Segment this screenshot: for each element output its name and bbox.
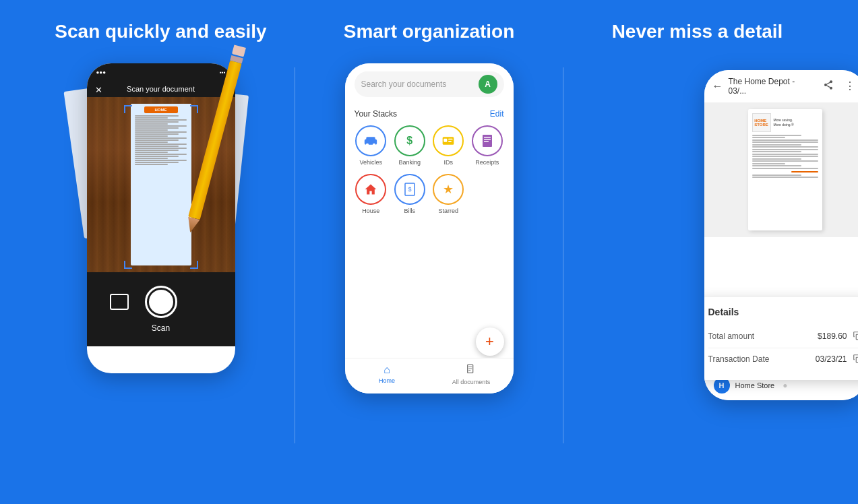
nav-documents[interactable]: All documents (429, 364, 514, 385)
panel3-title: Never miss a detail (612, 20, 783, 43)
phone-org: Search your documents A Your Stacks Edit (345, 63, 514, 393)
details-card: Details Total amount $189.60 Transaction… (704, 297, 859, 380)
amount-key: Total amount (708, 332, 755, 341)
stack-house[interactable]: House (355, 174, 388, 214)
copy-date-icon[interactable] (853, 354, 859, 365)
receipt-logo: HOME (144, 106, 178, 113)
house-icon (355, 174, 386, 205)
receipt-preview: HOMESTORE More saving.More doing.® (704, 102, 859, 237)
receipt-tagline: More saving.More doing.® (774, 118, 794, 127)
edit-button[interactable]: Edit (490, 109, 504, 119)
phone-scanner: ●●● ▪▪▪ ✕ Scan your document HOME (87, 63, 235, 373)
gallery-button[interactable] (110, 294, 129, 310)
home-nav-icon: ⌂ (384, 364, 390, 376)
vehicles-icon (355, 125, 386, 156)
fab-button[interactable]: + (476, 327, 504, 356)
svg-rect-5 (444, 138, 448, 141)
stack-vehicles[interactable]: Vehicles (355, 125, 388, 166)
close-icon[interactable]: ✕ (95, 84, 102, 94)
phone2-header: Search your documents A (345, 63, 514, 102)
pencil-eraser (231, 44, 245, 57)
svg-point-19 (824, 84, 827, 86)
stacks-label: Your Stacks (355, 109, 398, 119)
details-title: Details (708, 307, 859, 317)
home-nav-label: Home (379, 377, 395, 384)
time-display: ●●● (96, 69, 106, 75)
receipt-paper-logo: HOMESTORE More saving.More doing.® (752, 113, 818, 132)
panel1-title: Scan quickly and easily (55, 20, 266, 43)
scan-label: Scan (152, 323, 170, 333)
back-arrow-icon[interactable]: ← (712, 80, 723, 92)
stack-receipts[interactable]: Receipts (470, 125, 504, 166)
nav-home[interactable]: ⌂ Home (345, 364, 429, 385)
svg-rect-6 (448, 138, 453, 139)
svg-line-22 (826, 82, 830, 84)
nav-indicator (345, 387, 514, 393)
svg-point-2 (366, 143, 369, 146)
ids-label: IDs (444, 159, 454, 166)
receipt-in-scanner: HOME (131, 104, 191, 265)
svg-rect-1 (367, 137, 375, 141)
panel2-title: Smart organization (344, 20, 515, 43)
stacks-row1: Vehicles $ Banking IDs (355, 125, 504, 166)
svg-rect-15 (468, 367, 472, 367)
stack-bills[interactable]: $ Bills (393, 174, 427, 214)
svg-line-21 (826, 86, 830, 88)
stack-starred[interactable]: ★ Starred (432, 174, 466, 214)
panel-org: Smart organization Search your documents… (295, 20, 563, 491)
stacks-header: Your Stacks Edit (355, 109, 504, 119)
svg-rect-16 (468, 368, 472, 369)
statusbar-1: ●●● ▪▪▪ (87, 63, 235, 82)
search-bar[interactable]: Search your documents A (355, 71, 504, 97)
search-placeholder: Search your documents (361, 80, 473, 89)
bills-icon: $ (394, 174, 425, 205)
receipt-lines (133, 115, 189, 166)
receipts-icon (472, 125, 503, 156)
svg-rect-7 (448, 141, 452, 142)
documents-nav-icon (466, 364, 477, 377)
amount-value: $189.60 (818, 331, 858, 342)
capture-button[interactable] (145, 286, 177, 318)
vehicles-label: Vehicles (359, 159, 382, 166)
date-key: Transaction Date (708, 354, 770, 364)
starred-icon: ★ (433, 174, 464, 205)
org-name: Home Store (735, 381, 775, 389)
home-depot-logo: HOMESTORE (752, 113, 771, 132)
documents-nav-label: All documents (452, 379, 491, 385)
copy-amount-icon[interactable] (853, 331, 859, 342)
panel-scan: Scan quickly and easily ●●● ▪▪▪ ✕ (27, 20, 295, 491)
signal-icons: ▪▪▪ (220, 69, 226, 75)
stacks-section: Your Stacks Edit Vehicles $ (345, 102, 514, 221)
detail-row-date: Transaction Date 03/23/21 (708, 348, 859, 371)
org-options-icon[interactable]: ● (783, 381, 787, 390)
scanner-titlebar: ✕ Scan your document (87, 82, 235, 97)
svg-rect-10 (484, 139, 491, 140)
panel-detail: Never miss a detail ← The Home Depot - 0… (563, 20, 831, 491)
house-label: House (362, 208, 379, 214)
svg-rect-9 (484, 137, 491, 138)
svg-point-18 (830, 80, 832, 83)
stack-banking[interactable]: $ Banking (393, 125, 427, 166)
svg-point-20 (830, 86, 832, 89)
user-avatar[interactable]: A (479, 75, 497, 94)
phone3-page-title: The Home Depot - 03/... (729, 77, 815, 96)
scanner-title: Scan your document (127, 85, 195, 93)
svg-rect-17 (468, 370, 470, 371)
ids-icon (433, 125, 464, 156)
phone3-topbar: ← The Home Depot - 03/... ⋮ (704, 70, 859, 102)
more-options-icon[interactable]: ⋮ (842, 80, 858, 92)
scan-corner-tl (124, 105, 132, 113)
stacks-row2: House $ Bills ★ Starred (355, 174, 504, 214)
stack-ids[interactable]: IDs (432, 125, 466, 166)
date-value: 03/23/21 (816, 354, 858, 365)
svg-point-3 (373, 143, 375, 146)
banking-icon: $ (394, 125, 425, 156)
starred-label: Starred (438, 208, 458, 214)
scanner-controls: Scan (87, 272, 235, 346)
scan-corner-br (190, 261, 198, 269)
svg-text:$: $ (408, 186, 411, 193)
receipts-label: Receipts (475, 159, 499, 166)
share-icon[interactable] (820, 80, 836, 93)
svg-rect-11 (484, 141, 489, 142)
phone-detail-bg: ← The Home Depot - 03/... ⋮ HOMESTORE (704, 70, 859, 400)
